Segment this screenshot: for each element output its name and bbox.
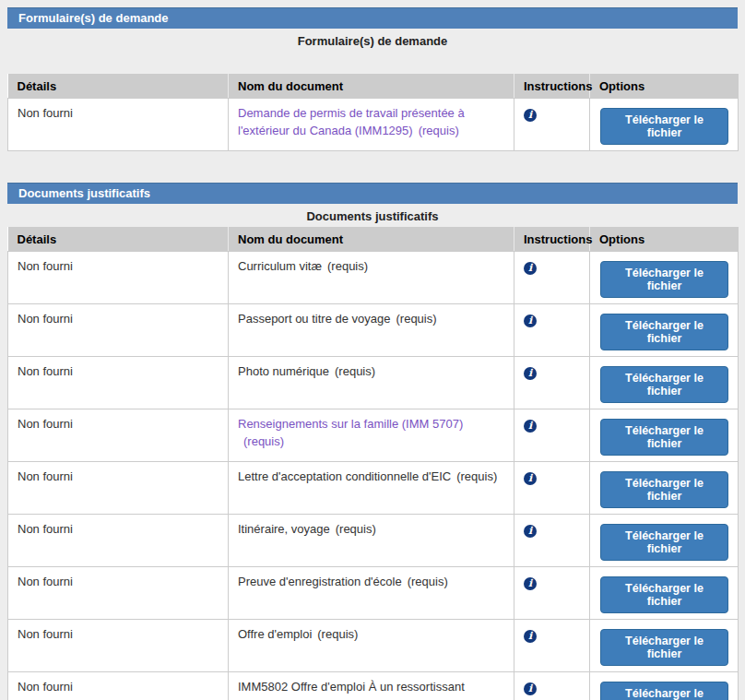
table-row: Non fourni Lettre d'acceptation conditio… xyxy=(8,462,739,515)
table-row: Non fourni Demande de permis de travail … xyxy=(8,99,739,151)
options-cell: Télécharger le fichier xyxy=(590,620,739,672)
required-label: (requis) xyxy=(456,469,497,483)
table-header-row: Détails Nom du document Instructions Opt… xyxy=(8,227,739,252)
instructions-cell: i xyxy=(514,409,590,462)
download-file-button[interactable]: Télécharger le fichier xyxy=(600,314,728,350)
info-icon[interactable]: i xyxy=(524,367,537,380)
document-name-cell: Preuve d'enregistration d'école(requis) xyxy=(229,567,514,620)
document-name-cell: Demande de permis de travail présentée à… xyxy=(229,99,514,151)
required-label: (requis) xyxy=(336,522,376,536)
table-caption: Documents justificatifs xyxy=(7,209,738,223)
options-cell: Télécharger le fichier xyxy=(590,304,739,357)
download-file-button[interactable]: Télécharger le fichier xyxy=(600,524,728,561)
document-name: Offre d'emploi xyxy=(238,627,312,641)
document-name: Curriculum vitæ xyxy=(238,259,322,273)
options-cell: Télécharger le fichier xyxy=(590,99,739,151)
details-cell: Non fourni xyxy=(8,99,229,151)
required-label: (requis) xyxy=(408,575,448,588)
download-file-button[interactable]: Télécharger le fichier xyxy=(600,629,728,666)
instructions-cell: i xyxy=(514,515,590,567)
document-name: Preuve d'enregistration d'école xyxy=(238,575,402,588)
document-name: Itinéraire, voyage xyxy=(238,522,330,536)
table-row: Non fourni Passeport ou titre de voyage(… xyxy=(8,304,739,357)
info-icon[interactable]: i xyxy=(524,682,537,695)
required-label: (requis) xyxy=(327,259,368,273)
options-cell: Télécharger le fichier xyxy=(590,252,739,304)
info-icon[interactable]: i xyxy=(524,577,537,590)
download-file-button[interactable]: Télécharger le fichier xyxy=(600,682,728,700)
document-name: Photo numérique xyxy=(238,364,329,378)
table-body: Non fourni Demande de permis de travail … xyxy=(8,99,739,151)
section-header-title: Formulaire(s) de demande xyxy=(18,11,169,25)
info-icon[interactable]: i xyxy=(524,525,537,538)
table-header-row: Détails Nom du document Instructions Opt… xyxy=(8,74,739,99)
section-header-bar: Formulaire(s) de demande xyxy=(7,7,738,29)
info-icon[interactable]: i xyxy=(524,314,537,327)
instructions-cell: i xyxy=(514,357,590,409)
column-header-instructions: Instructions xyxy=(514,227,590,252)
options-cell: Télécharger le fichier xyxy=(590,409,739,462)
document-name-cell: Itinéraire, voyage(requis) xyxy=(229,515,514,567)
document-name: Passeport ou titre de voyage xyxy=(238,312,391,326)
document-name-cell: Renseignements sur la famille (IMM 5707)… xyxy=(229,409,514,462)
table-body: Non fourni Curriculum vitæ(requis) i Tél… xyxy=(8,252,739,700)
table-row: Non fourni Offre d'emploi(requis) i Télé… xyxy=(8,620,739,672)
section-supporting-documents: Documents justificatifs Documents justif… xyxy=(7,183,738,700)
column-header-options: Options xyxy=(590,227,739,252)
table-row: Non fourni Itinéraire, voyage(requis) i … xyxy=(8,515,739,567)
details-cell: Non fourni xyxy=(8,515,229,567)
details-cell: Non fourni xyxy=(8,304,229,357)
table-row: Non fourni Curriculum vitæ(requis) i Tél… xyxy=(8,252,739,304)
info-icon[interactable]: i xyxy=(524,109,537,122)
info-icon[interactable]: i xyxy=(524,262,537,275)
document-upload-page: Formulaire(s) de demande Formulaire(s) d… xyxy=(0,0,745,700)
download-file-button[interactable]: Télécharger le fichier xyxy=(600,366,728,403)
table-caption: Formulaire(s) de demande xyxy=(7,34,738,48)
column-header-instructions: Instructions xyxy=(514,74,590,99)
document-name: Lettre d'acceptation conditionnelle d'EI… xyxy=(238,469,451,483)
info-icon[interactable]: i xyxy=(524,630,537,643)
info-icon[interactable]: i xyxy=(524,472,537,485)
info-icon[interactable]: i xyxy=(524,420,537,433)
column-header-document-name: Nom du document xyxy=(229,227,514,252)
instructions-cell: i xyxy=(514,672,590,700)
instructions-cell: i xyxy=(514,99,590,151)
required-label: (requis) xyxy=(419,124,459,137)
table-row: Non fourni Photo numérique(requis) i Tél… xyxy=(8,357,739,409)
documents-table: Détails Nom du document Instructions Opt… xyxy=(7,74,739,151)
column-header-details: Détails xyxy=(8,74,229,99)
download-file-button[interactable]: Télécharger le fichier xyxy=(600,471,728,508)
details-cell: Non fourni xyxy=(8,567,229,620)
instructions-cell: i xyxy=(514,304,590,357)
required-label: (requis) xyxy=(243,434,284,448)
instructions-cell: i xyxy=(514,620,590,672)
section-header-title: Documents justificatifs xyxy=(18,186,150,200)
options-cell: Télécharger le fichier xyxy=(590,672,739,700)
section-header-bar: Documents justificatifs xyxy=(7,183,738,204)
download-file-button[interactable]: Télécharger le fichier xyxy=(600,261,728,298)
options-cell: Télécharger le fichier xyxy=(590,462,739,515)
download-file-button[interactable]: Télécharger le fichier xyxy=(600,419,728,456)
document-name-cell: Photo numérique(requis) xyxy=(229,357,514,409)
document-name-cell: IMM5802 Offre d'emploi À un ressortissan… xyxy=(229,672,514,700)
details-cell: Non fourni xyxy=(8,620,229,672)
details-cell: Non fourni xyxy=(8,357,229,409)
table-row: Non fourni Preuve d'enregistration d'éco… xyxy=(8,567,739,620)
download-file-button[interactable]: Télécharger le fichier xyxy=(600,108,728,145)
instructions-cell: i xyxy=(514,567,590,620)
column-header-document-name: Nom du document xyxy=(229,74,514,99)
details-cell: Non fourni xyxy=(8,462,229,515)
column-header-options: Options xyxy=(590,74,739,99)
section-application-forms: Formulaire(s) de demande Formulaire(s) d… xyxy=(7,7,738,151)
download-file-button[interactable]: Télécharger le fichier xyxy=(600,576,728,613)
table-row: Non fourni IMM5802 Offre d'emploi À un r… xyxy=(8,672,739,700)
details-cell: Non fourni xyxy=(8,252,229,304)
document-name-cell: Passeport ou titre de voyage(requis) xyxy=(229,304,514,357)
options-cell: Télécharger le fichier xyxy=(590,357,739,409)
documents-table: Détails Nom du document Instructions Opt… xyxy=(7,227,739,700)
options-cell: Télécharger le fichier xyxy=(590,567,739,620)
document-name-link[interactable]: Renseignements sur la famille (IMM 5707) xyxy=(238,417,463,431)
instructions-cell: i xyxy=(514,462,590,515)
document-name-cell: Lettre d'acceptation conditionnelle d'EI… xyxy=(229,462,514,515)
table-row: Non fourni Renseignements sur la famille… xyxy=(8,409,739,462)
